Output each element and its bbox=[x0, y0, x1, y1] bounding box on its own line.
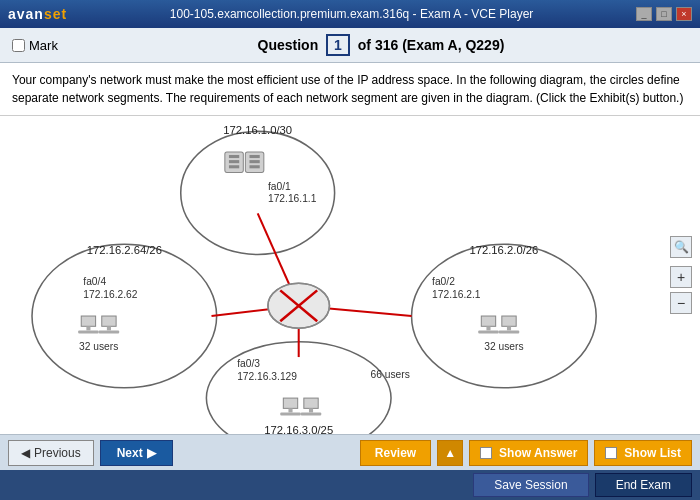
svg-rect-3 bbox=[229, 155, 239, 158]
svg-text:fa0/3: fa0/3 bbox=[237, 358, 260, 369]
svg-text:66 users: 66 users bbox=[371, 369, 410, 380]
svg-rect-9 bbox=[249, 165, 259, 168]
zoom-in-button[interactable]: + bbox=[670, 266, 692, 288]
minimize-button[interactable]: _ bbox=[636, 7, 652, 21]
svg-rect-32 bbox=[499, 330, 520, 333]
window-controls: _ □ × bbox=[636, 7, 692, 21]
save-label: Save Session bbox=[494, 478, 567, 492]
svg-rect-4 bbox=[229, 160, 239, 163]
header-row: Mark Question 1 of 316 (Exam A, Q229) bbox=[0, 28, 700, 63]
svg-rect-41 bbox=[304, 398, 318, 408]
window-title: 100-105.examcollection.premium.exam.316q… bbox=[67, 7, 636, 21]
zoom-out-button[interactable]: − bbox=[670, 292, 692, 314]
review-dropdown-button[interactable]: ▲ bbox=[437, 440, 463, 466]
question-number: 1 bbox=[326, 34, 350, 56]
title-bar: avanset 100-105.examcollection.premium.e… bbox=[0, 0, 700, 28]
prev-label: Previous bbox=[34, 446, 81, 460]
show-list-label: Show List bbox=[624, 446, 681, 460]
svg-text:fa0/4: fa0/4 bbox=[83, 276, 106, 287]
svg-text:172.16.2.62: 172.16.2.62 bbox=[83, 289, 137, 300]
svg-text:172.16.3.129: 172.16.3.129 bbox=[237, 371, 297, 382]
svg-text:32 users: 32 users bbox=[484, 341, 523, 352]
previous-button[interactable]: ◀ Previous bbox=[8, 440, 94, 466]
prev-arrow-icon: ◀ bbox=[21, 446, 30, 460]
next-button[interactable]: Next ▶ bbox=[100, 440, 173, 466]
svg-rect-16 bbox=[81, 316, 95, 326]
svg-text:fa0/1: fa0/1 bbox=[268, 181, 291, 192]
action-bar: Save Session End Exam bbox=[0, 470, 700, 500]
bottom-toolbar: ◀ Previous Next ▶ Review ▲ Show Answer S… bbox=[0, 434, 700, 470]
svg-text:172.16.1.0/30: 172.16.1.0/30 bbox=[223, 124, 292, 136]
svg-rect-20 bbox=[107, 326, 111, 330]
svg-rect-21 bbox=[99, 330, 120, 333]
logo-text-b: set bbox=[44, 6, 67, 22]
svg-text:32 users: 32 users bbox=[79, 341, 118, 352]
svg-rect-5 bbox=[229, 165, 239, 168]
main-window: Mark Question 1 of 316 (Exam A, Q229) Yo… bbox=[0, 28, 700, 500]
end-exam-button[interactable]: End Exam bbox=[595, 473, 692, 497]
svg-rect-43 bbox=[301, 412, 322, 415]
mark-label: Mark bbox=[29, 38, 58, 53]
zoom-controls: 🔍 + − bbox=[670, 236, 692, 314]
show-answer-label: Show Answer bbox=[499, 446, 577, 460]
app-logo: avanset bbox=[8, 6, 67, 22]
show-list-button[interactable]: Show List bbox=[594, 440, 692, 466]
close-button[interactable]: × bbox=[676, 7, 692, 21]
svg-rect-42 bbox=[309, 408, 313, 412]
svg-rect-27 bbox=[481, 316, 495, 326]
next-arrow-icon: ▶ bbox=[147, 446, 156, 460]
svg-rect-30 bbox=[502, 316, 516, 326]
next-label: Next bbox=[117, 446, 143, 460]
svg-text:172.16.2.64/26: 172.16.2.64/26 bbox=[87, 244, 162, 256]
svg-rect-38 bbox=[283, 398, 297, 408]
diagram-area: 172.16.1.0/30 fa0/1 172.16.1.1 172.16.2.… bbox=[0, 116, 700, 434]
svg-text:172.16.2.1: 172.16.2.1 bbox=[432, 289, 481, 300]
review-dropdown-icon: ▲ bbox=[444, 446, 456, 460]
svg-rect-18 bbox=[78, 330, 99, 333]
mark-section: Mark bbox=[12, 38, 58, 53]
review-label: Review bbox=[375, 446, 416, 460]
end-label: End Exam bbox=[616, 478, 671, 492]
show-list-checkbox bbox=[605, 447, 617, 459]
maximize-button[interactable]: □ bbox=[656, 7, 672, 21]
search-zoom-button[interactable]: 🔍 bbox=[670, 236, 692, 258]
svg-rect-17 bbox=[86, 326, 90, 330]
mark-checkbox[interactable] bbox=[12, 39, 25, 52]
question-info: Question 1 of 316 (Exam A, Q229) bbox=[74, 34, 688, 56]
svg-rect-39 bbox=[288, 408, 292, 412]
svg-rect-29 bbox=[478, 330, 499, 333]
question-total: of 316 (Exam A, Q229) bbox=[358, 37, 505, 53]
question-label: Question bbox=[258, 37, 319, 53]
svg-rect-8 bbox=[249, 160, 259, 163]
svg-text:fa0/2: fa0/2 bbox=[432, 276, 455, 287]
svg-rect-19 bbox=[102, 316, 116, 326]
review-button[interactable]: Review bbox=[360, 440, 431, 466]
svg-rect-31 bbox=[507, 326, 511, 330]
svg-rect-7 bbox=[249, 155, 259, 158]
svg-text:172.16.3.0/25: 172.16.3.0/25 bbox=[264, 424, 333, 434]
svg-rect-28 bbox=[486, 326, 490, 330]
svg-text:172.16.2.0/26: 172.16.2.0/26 bbox=[469, 244, 538, 256]
logo-text-a: avan bbox=[8, 6, 44, 22]
svg-rect-40 bbox=[280, 412, 301, 415]
show-answer-checkbox bbox=[480, 447, 492, 459]
question-body: Your company's network must make the mos… bbox=[12, 73, 683, 105]
network-diagram: 172.16.1.0/30 fa0/1 172.16.1.1 172.16.2.… bbox=[0, 116, 700, 434]
svg-point-12 bbox=[32, 244, 217, 388]
save-session-button[interactable]: Save Session bbox=[473, 473, 588, 497]
svg-text:172.16.1.1: 172.16.1.1 bbox=[268, 193, 317, 204]
show-answer-button[interactable]: Show Answer bbox=[469, 440, 588, 466]
question-text: Your company's network must make the mos… bbox=[0, 63, 700, 116]
